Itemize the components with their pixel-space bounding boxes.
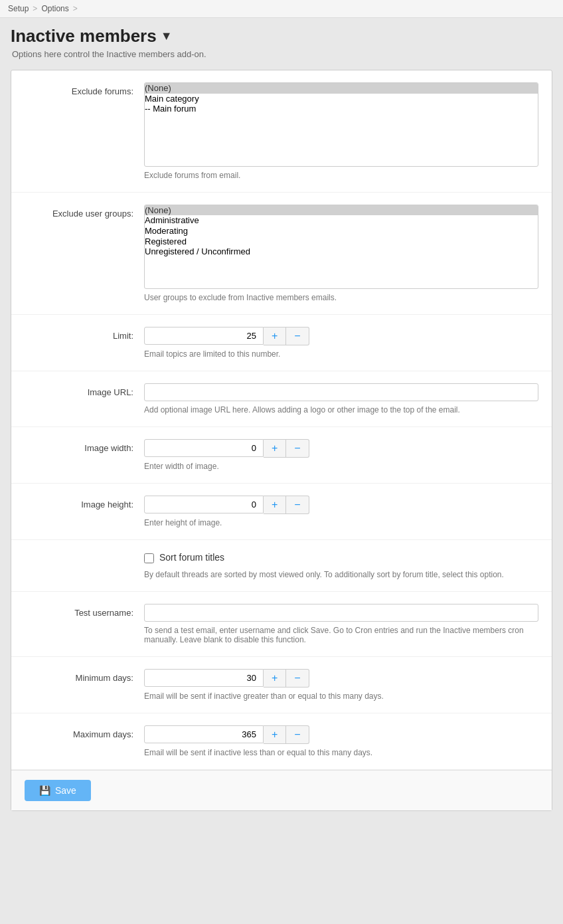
exclude-forums-control: (None) Main category -- Main forum Exclu… bbox=[144, 82, 538, 180]
exclude-forums-row: Exclude forums: (None) Main category -- … bbox=[11, 70, 552, 193]
limit-row: Limit: 25 + − Email topics are limited t… bbox=[11, 315, 552, 371]
image-width-label: Image width: bbox=[25, 439, 144, 453]
sort-forum-titles-row: Sort forum titles By default threads are… bbox=[11, 540, 552, 592]
test-username-control: To send a test email, enter username and… bbox=[144, 604, 538, 644]
image-width-row: Image width: + − Enter width of image. bbox=[11, 427, 552, 484]
image-width-plus-button[interactable]: + bbox=[264, 439, 286, 458]
top-bar: Setup > Options > bbox=[0, 0, 563, 18]
minimum-days-stepper: + − bbox=[144, 669, 538, 688]
limit-stepper: 25 + − bbox=[144, 327, 538, 345]
minimum-days-input[interactable] bbox=[144, 669, 264, 687]
sort-forum-titles-hint: By default threads are sorted by most vi… bbox=[144, 570, 538, 579]
exclude-ug-option-reg[interactable]: Registered bbox=[145, 236, 538, 247]
image-width-stepper: + − bbox=[144, 439, 538, 458]
image-url-hint: Add optional image URL here. Allows addi… bbox=[144, 405, 538, 415]
exclude-forums-label: Exclude forums: bbox=[25, 82, 144, 96]
maximum-days-minus-button[interactable]: − bbox=[286, 725, 309, 744]
limit-label: Limit: bbox=[25, 327, 144, 341]
image-height-control: + − Enter height of image. bbox=[144, 496, 538, 527]
limit-hint: Email topics are limited to this number. bbox=[144, 349, 538, 359]
limit-minus-button[interactable]: − bbox=[286, 327, 309, 345]
image-url-control: Add optional image URL here. Allows addi… bbox=[144, 383, 538, 415]
image-width-hint: Enter width of image. bbox=[144, 462, 538, 471]
test-username-label: Test username: bbox=[25, 604, 144, 618]
maximum-days-label: Maximum days: bbox=[25, 725, 144, 739]
test-username-row: Test username: To send a test email, ent… bbox=[11, 592, 552, 657]
test-username-hint: To send a test email, enter username and… bbox=[144, 626, 538, 644]
breadcrumb-setup[interactable]: Setup bbox=[8, 4, 29, 13]
breadcrumb-sep-2: > bbox=[73, 4, 78, 13]
exclude-ug-option-admin[interactable]: Administrative bbox=[145, 215, 538, 226]
exclude-forums-hint: Exclude forums from email. bbox=[144, 171, 538, 180]
page-subtitle: Options here control the Inactive member… bbox=[11, 49, 552, 59]
image-width-control: + − Enter width of image. bbox=[144, 439, 538, 471]
image-height-hint: Enter height of image. bbox=[144, 518, 538, 527]
minimum-days-control: + − Email will be sent if inactive great… bbox=[144, 669, 538, 701]
minimum-days-hint: Email will be sent if inactive greater t… bbox=[144, 692, 538, 701]
limit-input[interactable]: 25 bbox=[144, 327, 264, 345]
image-height-plus-button[interactable]: + bbox=[264, 496, 286, 514]
image-url-label: Image URL: bbox=[25, 383, 144, 397]
page-header: Inactive members ▼ Options here control … bbox=[0, 18, 563, 63]
maximum-days-plus-button[interactable]: + bbox=[264, 725, 286, 744]
maximum-days-row: Maximum days: + − Email will be sent if … bbox=[11, 713, 552, 770]
maximum-days-hint: Email will be sent if inactive less than… bbox=[144, 748, 538, 757]
minimum-days-plus-button[interactable]: + bbox=[264, 669, 286, 688]
minimum-days-row: Minimum days: + − Email will be sent if … bbox=[11, 657, 552, 713]
image-height-stepper: + − bbox=[144, 496, 538, 514]
page-title: Inactive members ▼ bbox=[11, 26, 552, 46]
image-height-minus-button[interactable]: − bbox=[286, 496, 309, 514]
minimum-days-minus-button[interactable]: − bbox=[286, 669, 309, 688]
sort-forum-titles-control: Sort forum titles By default threads are… bbox=[144, 552, 538, 579]
image-width-minus-button[interactable]: − bbox=[286, 439, 309, 458]
exclude-user-groups-label: Exclude user groups: bbox=[25, 205, 144, 219]
save-button[interactable]: 💾 Save bbox=[25, 780, 91, 801]
exclude-user-groups-row: Exclude user groups: (None) Administrati… bbox=[11, 193, 552, 315]
breadcrumb: Setup > Options > bbox=[8, 4, 555, 13]
image-height-row: Image height: + − Enter height of image. bbox=[11, 484, 552, 540]
breadcrumb-options[interactable]: Options bbox=[41, 4, 68, 13]
maximum-days-stepper: + − bbox=[144, 725, 538, 744]
page-title-dropdown[interactable]: ▼ bbox=[161, 29, 173, 43]
sort-forum-titles-checkbox-row: Sort forum titles bbox=[144, 552, 538, 563]
image-url-row: Image URL: Add optional image URL here. … bbox=[11, 371, 552, 427]
sort-forum-titles-checkbox[interactable] bbox=[144, 553, 154, 563]
sort-forum-titles-label[interactable]: Sort forum titles bbox=[159, 552, 224, 563]
exclude-ug-option-none[interactable]: (None) bbox=[145, 205, 538, 216]
page-title-text: Inactive members bbox=[11, 26, 157, 46]
minimum-days-label: Minimum days: bbox=[25, 669, 144, 683]
image-height-input[interactable] bbox=[144, 496, 264, 513]
maximum-days-input[interactable] bbox=[144, 725, 264, 743]
limit-control: 25 + − Email topics are limited to this … bbox=[144, 327, 538, 359]
maximum-days-control: + − Email will be sent if inactive less … bbox=[144, 725, 538, 757]
sort-forum-titles-empty-label bbox=[25, 552, 144, 556]
exclude-forums-option-main-cat[interactable]: Main category bbox=[145, 94, 538, 104]
exclude-user-groups-control: (None) Administrative Moderating Registe… bbox=[144, 205, 538, 302]
breadcrumb-sep-1: > bbox=[33, 4, 37, 13]
exclude-forums-option-none[interactable]: (None) bbox=[145, 83, 538, 94]
exclude-user-groups-hint: User groups to exclude from Inactive mem… bbox=[144, 293, 538, 302]
exclude-forums-option-main-forum[interactable]: -- Main forum bbox=[145, 104, 538, 114]
exclude-forums-select[interactable]: (None) Main category -- Main forum bbox=[144, 82, 538, 167]
save-button-label: Save bbox=[55, 785, 76, 796]
exclude-user-groups-select[interactable]: (None) Administrative Moderating Registe… bbox=[144, 205, 538, 289]
image-url-input[interactable] bbox=[144, 383, 538, 401]
exclude-ug-option-mod[interactable]: Moderating bbox=[145, 226, 538, 236]
image-width-input[interactable] bbox=[144, 439, 264, 457]
image-height-label: Image height: bbox=[25, 496, 144, 509]
exclude-ug-option-unreg[interactable]: Unregistered / Unconfirmed bbox=[145, 246, 538, 257]
limit-plus-button[interactable]: + bbox=[264, 327, 286, 345]
form-card: Exclude forums: (None) Main category -- … bbox=[11, 70, 552, 811]
save-icon: 💾 bbox=[39, 785, 50, 796]
save-row: 💾 Save bbox=[11, 770, 552, 810]
test-username-input[interactable] bbox=[144, 604, 538, 622]
